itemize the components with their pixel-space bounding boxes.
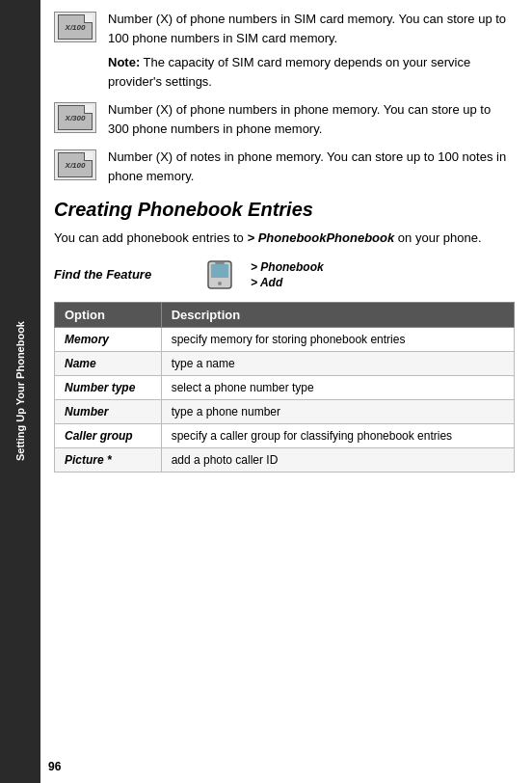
phone-memory-notes-text: Number (X) of notes in phone memory. You… — [108, 148, 515, 185]
table-cell-description: specify a caller group for classifying p… — [161, 423, 514, 447]
phone-memory-notes-icon: X/100 — [54, 149, 96, 180]
table-cell-option: Number — [55, 399, 162, 423]
table-cell-description: type a phone number — [161, 399, 514, 423]
phone-icon — [204, 259, 235, 290]
table-cell-option: Picture * — [55, 447, 162, 472]
phonebook-inline: > Phonebook — [247, 230, 326, 245]
table-cell-option: Name — [55, 351, 162, 375]
table-cell-description: select a phone number type — [161, 375, 514, 399]
phone-memory-notes-row: X/100 Number (X) of notes in phone memor… — [54, 148, 515, 185]
sidebar-label: Setting Up Your Phonebook — [13, 321, 27, 461]
page-number: 96 — [48, 760, 61, 773]
table-row: Number typeselect a phone number type — [55, 375, 515, 399]
table-row: Nametype a name — [55, 351, 515, 375]
phone-numbers-icon-label: X/300 — [66, 114, 86, 122]
table-row: Numbertype a phone number — [55, 399, 515, 423]
phone-memory-notes-description: Number (X) of notes in phone memory. You… — [108, 148, 515, 185]
section-heading: Creating Phonebook Entries — [54, 199, 515, 221]
table-cell-option: Number type — [55, 375, 162, 399]
table-row: Picture *add a photo caller ID — [55, 447, 515, 472]
table-header-description: Description — [161, 302, 514, 327]
phone-memory-numbers-row: X/300 Number (X) of phone numbers in pho… — [54, 100, 515, 138]
intro-text: You can add phonebook entries to > Phone… — [54, 229, 515, 248]
sim-memory-text: Number (X) of phone numbers in SIM card … — [108, 10, 515, 91]
table-header-row: Option Description — [55, 302, 515, 327]
table-cell-option: Memory — [55, 327, 162, 351]
sim-note: Note: The capacity of SIM card memory de… — [108, 53, 515, 91]
svg-point-2 — [218, 282, 222, 285]
table-cell-description: specify memory for storing phonebook ent… — [161, 327, 514, 351]
find-feature-path-line2: > Add — [251, 276, 282, 289]
table-row: Caller groupspecify a caller group for c… — [55, 423, 515, 447]
sim-icon-label: X/100 — [66, 23, 86, 32]
svg-rect-3 — [215, 262, 225, 264]
find-feature-label: Find the Feature — [54, 267, 189, 282]
table-header-option: Option — [55, 302, 162, 327]
table-cell-description: add a photo caller ID — [161, 447, 514, 472]
notes-icon-label: X/100 — [66, 161, 86, 170]
sim-memory-row: X/100 Number (X) of phone numbers in SIM… — [54, 10, 515, 91]
sim-memory-description: Number (X) of phone numbers in SIM card … — [108, 10, 515, 47]
table-cell-description: type a name — [161, 351, 514, 375]
accent-bar — [27, 328, 40, 444]
find-feature-path: > Phonebook > Add — [251, 260, 324, 289]
find-feature-path-line1: > Phonebook — [251, 260, 324, 274]
sim-memory-icon: X/100 — [54, 12, 96, 42]
table-row: Memoryspecify memory for storing phonebo… — [55, 327, 515, 351]
phone-memory-numbers-text: Number (X) of phone numbers in phone mem… — [108, 100, 515, 138]
main-content: X/100 Number (X) of phone numbers in SIM… — [40, 0, 532, 783]
options-table: Option Description Memoryspecify memory … — [54, 302, 515, 472]
phone-memory-numbers-icon: X/300 — [54, 102, 96, 133]
svg-rect-1 — [211, 264, 228, 278]
find-feature-row: Find the Feature > Phonebook > Add — [54, 259, 515, 290]
phone-memory-numbers-description: Number (X) of phone numbers in phone mem… — [108, 100, 515, 138]
table-cell-option: Caller group — [55, 423, 162, 447]
